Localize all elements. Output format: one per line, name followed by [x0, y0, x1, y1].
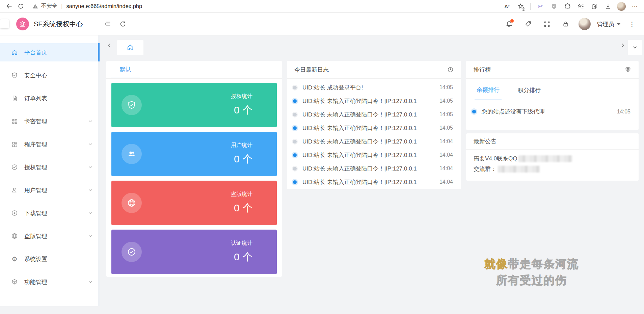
- collapse-menu-icon[interactable]: [100, 16, 115, 32]
- user-avatar[interactable]: [577, 16, 592, 32]
- stat-users[interactable]: 用户统计 0 个: [111, 132, 277, 176]
- add-favorite-icon[interactable]: +: [515, 1, 526, 11]
- sidebar-item-label: 程序管理: [24, 140, 47, 148]
- stat-label: 用户统计: [231, 142, 252, 149]
- sidebar-item-security-center[interactable]: 安全中心: [0, 66, 100, 84]
- sidebar-item-programs[interactable]: 程序管理: [0, 135, 100, 153]
- timeline-dot: [293, 86, 297, 89]
- caret-down-icon: [617, 23, 621, 25]
- app-logo-area[interactable]: SF系统授权中心: [0, 18, 100, 30]
- sidebar-item-authorization[interactable]: 授权管理: [0, 158, 100, 176]
- timeline-dot: [293, 99, 297, 103]
- log-entry[interactable]: UID:站长 未输入正确登陆口令！|IP:127.0.0.1 14:04: [293, 175, 453, 189]
- chevron-down-icon: [88, 234, 93, 238]
- stat-authorization[interactable]: 授权统计 0 个: [111, 83, 277, 127]
- sidebar-item-order-list[interactable]: 订单列表: [0, 89, 100, 107]
- stat-label: 授权统计: [231, 93, 252, 100]
- diamond-icon: [625, 67, 631, 73]
- globe-icon: [11, 233, 18, 239]
- log-card: 今日最新日志 UID:站长 成功登录平台! 14:05: [287, 61, 461, 189]
- card-grid-icon: [11, 118, 18, 125]
- tabs-dropdown-icon[interactable]: [628, 40, 642, 55]
- tab-default[interactable]: 默认: [111, 61, 140, 78]
- users-icon: [122, 144, 142, 164]
- page-tabbar: [100, 35, 644, 55]
- shield-check-icon: [11, 72, 18, 79]
- tag-icon[interactable]: [520, 16, 536, 32]
- url-text[interactable]: sanyue.e:665/admin/index.php: [66, 3, 142, 9]
- notice-body: 需要V4.0联系QQ 交流群：: [466, 150, 639, 174]
- downloads-icon[interactable]: [602, 1, 614, 11]
- log-entry[interactable]: UID:站长 未输入正确登陆口令！|IP:127.0.0.1 14:05: [293, 108, 453, 121]
- screen: 不安全 | sanyue.e:665/admin/index.php A⁾⁾ +…: [0, 0, 644, 314]
- ranking-card: 排行榜 余额排行 积分排行 您的站点还没有下级代理: [466, 61, 639, 130]
- corner-overlay-box: [0, 19, 9, 28]
- address-bar[interactable]: 不安全 | sanyue.e:665/admin/index.php: [32, 3, 501, 10]
- shield-check-icon: [122, 95, 142, 115]
- log-entry[interactable]: UID:站长 未输入正确登陆口令！|IP:127.0.0.1 14:05: [293, 121, 453, 135]
- stat-certification[interactable]: 认证统计 0 个: [111, 230, 277, 274]
- header-more-icon[interactable]: ⋮: [625, 20, 639, 28]
- scissors-extension-icon[interactable]: ✂: [535, 1, 546, 11]
- check-circle-icon: [122, 242, 142, 262]
- tab-points-ranking[interactable]: 积分排行: [516, 86, 543, 100]
- tabs-scroll-right-icon[interactable]: [618, 38, 628, 52]
- sidebar-item-label: 卡密管理: [24, 117, 47, 125]
- chevron-down-icon: [88, 119, 93, 124]
- chevron-down-icon: [88, 211, 93, 215]
- notifications-bell-icon[interactable]: [501, 16, 517, 32]
- sidebar-item-downloads[interactable]: 下载管理: [0, 204, 100, 222]
- sidebar-item-features[interactable]: 功能管理: [0, 273, 100, 291]
- sidebar-item-system-settings[interactable]: ⚙ 系统设置: [0, 250, 100, 268]
- log-entry[interactable]: UID:站长 未输入正确登陆口令！|IP:127.0.0.1 14:05: [293, 94, 453, 108]
- tab-balance-ranking[interactable]: 余额排行: [475, 86, 502, 100]
- check-circle-icon: [11, 164, 18, 171]
- user-icon: [11, 187, 18, 193]
- not-secure-warning-icon: [32, 3, 38, 9]
- stat-piracy[interactable]: 盗版统计 0 个: [111, 181, 277, 225]
- right-column: 排行榜 余额排行 积分排行 您的站点还没有下级代理: [466, 61, 639, 181]
- lotus-logo-icon: [16, 18, 29, 30]
- gear-icon: ⚙: [11, 256, 18, 262]
- page-refresh-icon[interactable]: [115, 16, 131, 32]
- sidebar-item-users[interactable]: 用户管理: [0, 181, 100, 199]
- favorites-bar-icon[interactable]: [575, 1, 587, 11]
- tab-home[interactable]: [117, 40, 143, 55]
- chevron-down-icon: [88, 188, 93, 192]
- ranking-entry[interactable]: 您的站点还没有下级代理 14:05: [466, 100, 639, 115]
- globe-icon: [122, 193, 142, 213]
- log-entry[interactable]: UID:站长 未输入正确登陆口令！|IP:127.0.0.1 14:04: [293, 135, 453, 148]
- video-subtitle-overlay: 就像带走每条河流 所有受过的伤: [474, 256, 589, 288]
- timeline-dot: [293, 126, 297, 130]
- read-aloud-icon[interactable]: A⁾⁾: [501, 1, 513, 11]
- sidebar-item-platform-home[interactable]: 平台首页: [0, 43, 100, 61]
- lock-icon[interactable]: [558, 16, 573, 32]
- stat-value: 0 个: [231, 152, 252, 166]
- document-icon: [11, 95, 18, 102]
- header-actions: 管理员 ⋮: [501, 16, 644, 32]
- stats-card: 默认 授权统计 0 个: [106, 61, 282, 277]
- log-entry[interactable]: UID:站长 未输入正确登陆口令！|IP:127.0.0.1 14:04: [293, 148, 453, 162]
- user-menu[interactable]: 管理员: [596, 20, 622, 28]
- puzzle-extension-icon[interactable]: [562, 1, 573, 11]
- app-title: SF系统授权中心: [34, 20, 83, 29]
- sidebar-item-card-keys[interactable]: 卡密管理: [0, 112, 100, 130]
- collections-icon[interactable]: [589, 1, 600, 11]
- notice-line1: 需要V4.0联系QQ: [474, 153, 517, 164]
- sidebar-item-piracy[interactable]: 盗版管理: [0, 227, 100, 245]
- log-timeline: UID:站长 成功登录平台! 14:05 UID:站长 未输入正确登陆口令！|I…: [287, 79, 461, 189]
- url-separator: |: [60, 3, 63, 10]
- tabs-scroll-left-icon[interactable]: [104, 38, 114, 52]
- browser-profile-avatar[interactable]: [616, 1, 627, 11]
- browser-back-icon[interactable]: [3, 1, 15, 11]
- shield-extension-icon[interactable]: [548, 1, 560, 11]
- chevron-down-icon: [88, 280, 93, 284]
- log-entry[interactable]: UID:站长 成功登录平台! 14:05: [293, 81, 453, 94]
- browser-refresh-icon[interactable]: [15, 1, 26, 11]
- log-entry[interactable]: UID:站长 未输入正确登陆口令！|IP:127.0.0.1 14:04: [293, 162, 453, 175]
- cube-icon: [11, 279, 18, 285]
- ranking-title: 排行榜: [474, 66, 491, 74]
- browser-more-icon[interactable]: …: [629, 1, 641, 11]
- chevron-down-icon: [88, 165, 93, 169]
- fullscreen-icon[interactable]: [539, 16, 555, 32]
